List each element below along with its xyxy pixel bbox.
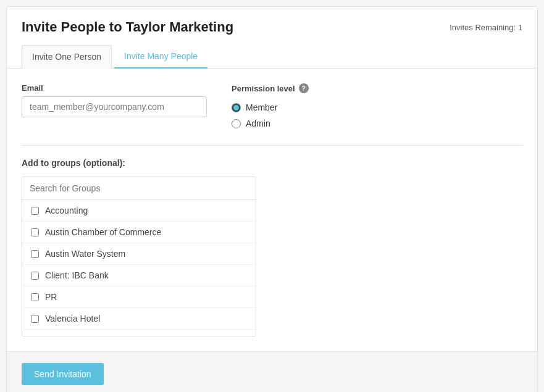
permission-form-group: Permission level ? Member Admin bbox=[232, 83, 309, 130]
tabs-bar: Invite One Person Invite Many People bbox=[7, 45, 537, 69]
group-label-valencia: Valencia Hotel bbox=[45, 314, 100, 323]
group-label-webdev: Web Dev bbox=[45, 335, 80, 336]
section-divider bbox=[22, 145, 522, 146]
groups-section-label: Add to groups (optional): bbox=[22, 158, 522, 168]
content-area: Email Permission level ? Member Admin bbox=[7, 69, 537, 351]
email-form-group: Email bbox=[22, 83, 207, 130]
permission-options: Member Admin bbox=[232, 101, 309, 130]
permission-member-option: Member bbox=[232, 101, 309, 114]
page-title: Invite People to Taylor Marketing bbox=[22, 19, 233, 35]
permission-admin-radio[interactable] bbox=[232, 119, 241, 128]
group-checkbox-pr[interactable] bbox=[31, 293, 39, 301]
invites-remaining: Invites Remaining: 1 bbox=[450, 23, 522, 32]
send-invitation-button[interactable]: Send Invitation bbox=[22, 363, 104, 385]
list-item: Valencia Hotel bbox=[22, 308, 256, 330]
permission-member-radio[interactable] bbox=[232, 103, 241, 112]
group-checkbox-valencia[interactable] bbox=[31, 315, 39, 323]
group-label-pr: PR bbox=[45, 292, 57, 302]
form-row: Email Permission level ? Member Admin bbox=[22, 83, 522, 130]
groups-list: Accounting Austin Chamber of Commerce Au… bbox=[22, 200, 256, 336]
group-label-austin-chamber: Austin Chamber of Commerce bbox=[45, 227, 161, 237]
group-label-austin-water: Austin Water System bbox=[45, 249, 125, 259]
permission-member-label: Member bbox=[246, 102, 277, 112]
email-input[interactable] bbox=[22, 96, 207, 117]
footer-bar: Send Invitation bbox=[7, 351, 537, 392]
group-label-accounting: Accounting bbox=[45, 206, 88, 215]
tab-invite-one[interactable]: Invite One Person bbox=[22, 45, 112, 69]
tab-invite-many[interactable]: Invite Many People bbox=[114, 45, 207, 69]
permission-label: Permission level ? bbox=[232, 83, 309, 93]
group-checkbox-austin-water[interactable] bbox=[31, 250, 39, 258]
permission-admin-label: Admin bbox=[246, 119, 270, 128]
page-header: Invite People to Taylor Marketing Invite… bbox=[7, 7, 537, 45]
email-label: Email bbox=[22, 83, 207, 93]
group-checkbox-client-ibc[interactable] bbox=[31, 272, 39, 280]
page-container: Invite People to Taylor Marketing Invite… bbox=[6, 6, 538, 392]
group-checkbox-austin-chamber[interactable] bbox=[31, 228, 39, 236]
groups-box: Accounting Austin Chamber of Commerce Au… bbox=[22, 177, 256, 336]
groups-search-input[interactable] bbox=[22, 177, 256, 200]
list-item: PR bbox=[22, 286, 256, 308]
list-item: Austin Chamber of Commerce bbox=[22, 222, 256, 243]
list-item: Web Dev bbox=[22, 330, 256, 336]
group-checkbox-accounting[interactable] bbox=[31, 207, 39, 215]
list-item: Austin Water System bbox=[22, 243, 256, 265]
list-item: Accounting bbox=[22, 200, 256, 222]
help-icon[interactable]: ? bbox=[299, 83, 309, 93]
permission-admin-option: Admin bbox=[232, 117, 309, 130]
list-item: Client: IBC Bank bbox=[22, 265, 256, 286]
group-label-client-ibc: Client: IBC Bank bbox=[45, 270, 109, 280]
